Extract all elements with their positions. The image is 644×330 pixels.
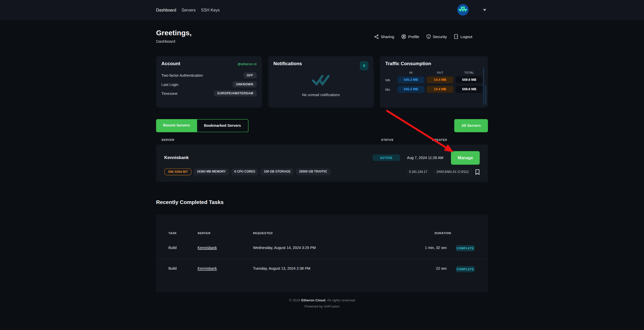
traffic-month-total: 559.6 MB <box>456 86 482 93</box>
bookmark-icon <box>475 169 480 175</box>
no-notifications-text: No unread notifications <box>268 93 374 97</box>
task-status-badge: COMPLETE <box>456 245 475 251</box>
server-tabs: Recent Servers Bookmarked Servers <box>156 119 248 132</box>
header-actions: Sharing Profile Security Logout <box>374 34 472 39</box>
traffic-row-week-label: Wk <box>385 78 395 82</box>
server-spec-tags: X86 32/64 BIT 16384 MB MEMORY 6 CPU CORE… <box>164 168 331 175</box>
shield-icon <box>426 34 431 39</box>
notifications-count-badge: 0 <box>360 61 368 70</box>
traffic-card: Traffic Consumption IN OUT TOTAL Wk 545.… <box>380 56 488 108</box>
tasks-table-header: TASK SERVER REQUESTED DURATION <box>156 232 488 236</box>
col-server: SERVER <box>161 138 174 141</box>
notifications-card-title: Notifications <box>273 61 302 66</box>
task-row: Build Kennisbank Wednesday, August 14, 2… <box>156 238 488 259</box>
traffic-card-title: Traffic Consumption <box>385 61 431 66</box>
spec-traffic-tag: 20000 GB TRAFFIC <box>296 168 331 175</box>
copyright-suffix: . All rights reserved <box>325 298 355 302</box>
account-row-label: Two-factor Authentication <box>161 73 203 77</box>
col-created: CREATED <box>432 138 447 141</box>
profile-icon <box>401 34 406 39</box>
account-email: @etheron.nl <box>238 62 257 66</box>
double-check-icon <box>311 74 330 85</box>
logout-button[interactable]: Logout <box>454 34 472 39</box>
spec-cpu-tag: 6 CPU CORES <box>231 168 258 175</box>
security-button[interactable]: Security <box>426 34 447 39</box>
nav-item-ssh-keys[interactable]: SSH Keys <box>201 8 220 13</box>
dashboard-page: Dashboard Servers SSH Keys Greetings, Da… <box>0 0 644 330</box>
server-table-header: SERVER STATUS CREATED <box>156 138 488 144</box>
status-chip: OFF <box>243 72 256 78</box>
powered-prefix: Powered by <box>304 304 324 308</box>
virtfusion-link[interactable]: VirtFusion <box>324 304 340 308</box>
footer-brand-link[interactable]: Etheron Cloud <box>301 298 325 302</box>
footer-copyright: © 2024 Etheron Cloud. All rights reserve… <box>156 298 488 302</box>
server-name[interactable]: Kennisbank <box>164 155 189 160</box>
traffic-scrollbar-thumb[interactable] <box>485 85 486 105</box>
col-duration: DURATION <box>435 232 451 234</box>
traffic-col-in: IN <box>398 71 424 74</box>
col-requested: REQUESTED <box>253 232 273 234</box>
task-status-badge: COMPLETE <box>456 266 475 272</box>
traffic-week-in: 545.2 MB <box>398 76 424 83</box>
traffic-scrollbar[interactable] <box>483 67 484 105</box>
task-type: Build <box>168 267 177 271</box>
spec-storage-tag: 100 GB STORAGE <box>261 168 294 175</box>
task-requested: Wednesday, August 14, 2024 3:25 PM <box>253 246 316 250</box>
nav-item-servers[interactable]: Servers <box>182 8 196 13</box>
server-ip-list: 5.181.134.17 2A03:3A61:A1::C:0/112 <box>405 168 480 175</box>
status-chip: EUROPE/AMSTERDAM <box>214 90 256 96</box>
traffic-month-in: 545.2 MB <box>398 86 424 93</box>
traffic-week-out: 14.4 MB <box>427 76 453 83</box>
sharing-label: Sharing <box>381 34 394 39</box>
all-servers-button[interactable]: All Servers <box>454 119 488 132</box>
traffic-table: IN OUT TOTAL Wk 545.2 MB 14.4 MB 559.6 M… <box>385 71 483 93</box>
logout-label: Logout <box>460 34 472 39</box>
profile-button[interactable]: Profile <box>401 34 419 39</box>
nav-links: Dashboard Servers SSH Keys <box>156 0 220 20</box>
server-status-badge: ACTIVE <box>372 154 400 161</box>
account-card-title: Account <box>161 61 180 66</box>
profile-label: Profile <box>408 34 419 39</box>
server-created-date: Aug 7, 2024 11:28 AM <box>407 156 443 160</box>
manage-button[interactable]: Manage <box>451 151 480 165</box>
tasks-section-title: Recently Completed Tasks <box>156 199 223 205</box>
task-type: Build <box>168 246 177 250</box>
col-task-server: SERVER <box>198 232 211 234</box>
traffic-week-total: 559.6 MB <box>456 76 482 83</box>
logout-door-icon <box>454 34 458 39</box>
share-icon <box>374 34 379 39</box>
traffic-month-out: 14.4 MB <box>427 86 453 93</box>
task-server-link[interactable]: Kennisbank <box>198 246 217 250</box>
footer-powered-by: Powered by VirtFusion <box>156 304 488 308</box>
tab-recent-servers[interactable]: Recent Servers <box>156 119 197 132</box>
account-row-timezone: Timezone EUROPE/AMSTERDAM <box>161 90 256 96</box>
status-chip: UNKNOWN <box>233 81 256 87</box>
task-row: Build Kennisbank Tuesday, August 13, 202… <box>156 259 488 279</box>
notifications-card: Notifications 0 No unread notifications <box>268 56 374 108</box>
account-card: Account @etheron.nl Two-factor Authentic… <box>156 56 262 108</box>
account-row-2fa: Two-factor Authentication OFF <box>161 72 256 78</box>
task-server-link[interactable]: Kennisbank <box>198 267 217 271</box>
summary-cards: Account @etheron.nl Two-factor Authentic… <box>156 56 488 108</box>
account-dropdown-caret[interactable] <box>483 9 486 11</box>
task-duration: 1 min, 32 sec <box>425 246 447 250</box>
page-subtitle: Dashboard <box>156 39 175 44</box>
bookmark-server-button[interactable] <box>475 169 480 175</box>
user-avatar[interactable] <box>457 4 469 16</box>
spec-memory-tag: 16384 MB MEMORY <box>194 168 229 175</box>
tasks-table: TASK SERVER REQUESTED DURATION Build Ken… <box>156 214 488 292</box>
tab-bookmarked-servers[interactable]: Bookmarked Servers <box>197 119 248 132</box>
spec-arch-tag: X86 32/64 BIT <box>164 168 192 175</box>
account-row-last-login: Last Login UNKNOWN <box>161 81 256 87</box>
server-row: Kennisbank ACTIVE Aug 7, 2024 11:28 AM M… <box>156 144 488 182</box>
sharing-button[interactable]: Sharing <box>374 34 394 39</box>
page-title: Greetings, <box>156 29 191 37</box>
traffic-col-out: OUT <box>427 71 453 74</box>
account-row-label: Timezone <box>161 91 177 95</box>
traffic-col-total: TOTAL <box>456 71 482 74</box>
nav-item-dashboard[interactable]: Dashboard <box>156 8 176 13</box>
col-status: STATUS <box>381 138 393 141</box>
ipv6-pill: 2A03:3A61:A1::C:0/112 <box>433 168 472 175</box>
account-row-label: Last Login <box>161 82 178 86</box>
traffic-row-month-label: Mo <box>385 87 395 91</box>
